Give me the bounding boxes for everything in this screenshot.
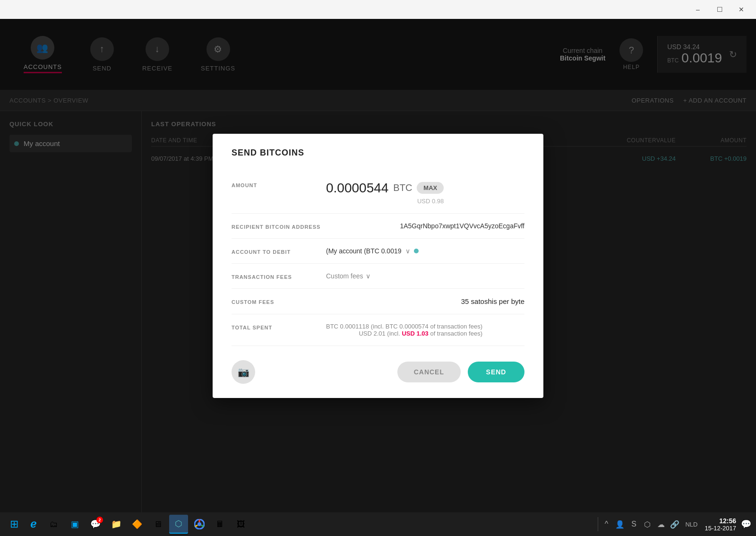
amount-row: AMOUNT 0.0000544 BTC MAX USD 0.98 xyxy=(232,172,524,214)
total-usd-line: USD 2.01 (incl. USD 1.03 of transaction … xyxy=(359,330,482,337)
debit-dropdown-icon[interactable]: ∨ xyxy=(405,247,410,255)
debit-row: ACCOUNT TO DEBIT (My account (BTC 0.0019… xyxy=(232,239,524,264)
app-window: 👥 ACCOUNTS ↑ SEND ↓ RECEIVE ⚙ SETTINGS C… xyxy=(0,19,756,512)
minimize-button[interactable]: – xyxy=(687,2,709,17)
debit-account-dot xyxy=(414,249,419,253)
tray-person[interactable]: 👤 xyxy=(614,520,626,529)
close-button[interactable]: ✕ xyxy=(730,2,752,17)
modal-overlay: SEND BITCOINS AMOUNT 0.0000544 BTC MAX U… xyxy=(0,19,756,512)
taskbar-files[interactable]: 🗂 xyxy=(44,515,63,534)
total-usd-prefix: USD 2.01 (incl. xyxy=(359,330,402,337)
debit-account-text: (My account (BTC 0.0019 xyxy=(326,247,402,255)
taskbar-whatsapp[interactable]: 💬 2 xyxy=(86,515,105,534)
custom-fees-label: CUSTOM FEES xyxy=(232,297,326,305)
send-button[interactable]: SEND xyxy=(468,362,524,382)
clock-date: 15-12-2017 xyxy=(705,525,737,532)
taskbar-calculator[interactable]: 🖩 xyxy=(211,515,230,534)
taskbar-vlc[interactable]: 🔶 xyxy=(128,515,146,534)
tray-divider xyxy=(598,517,598,531)
taskbar-monitor[interactable]: 🖥 xyxy=(148,515,167,534)
fees-value: Custom fees ∨ xyxy=(326,272,524,280)
language-label: NLD xyxy=(685,521,697,528)
maximize-button[interactable]: ☐ xyxy=(709,2,730,17)
custom-fees-row: CUSTOM FEES 35 satoshis per byte xyxy=(232,289,524,314)
taskbar-photos[interactable]: 🖼 xyxy=(232,515,250,534)
taskbar-explorer[interactable]: 📁 xyxy=(107,515,126,534)
fees-text: Custom fees xyxy=(326,272,363,280)
start-button[interactable]: ⊞ xyxy=(5,515,24,534)
amount-currency: BTC xyxy=(393,182,412,193)
clock: 12:56 15-12-2017 xyxy=(705,517,737,532)
fees-row: TRANSACTION FEES Custom fees ∨ xyxy=(232,264,524,289)
clock-time: 12:56 xyxy=(705,517,737,525)
notification-center-icon[interactable]: 💬 xyxy=(741,519,751,529)
taskbar-ledger[interactable]: ⬡ xyxy=(169,515,188,534)
fees-dropdown-icon[interactable]: ∨ xyxy=(366,272,370,280)
tray-cloud[interactable]: ☁ xyxy=(655,520,667,529)
modal-footer: 📷 CANCEL SEND xyxy=(232,360,524,384)
recipient-address: 1A5GqrNbpo7xwpt1VQVvcA5yzoEcgaFvff xyxy=(326,222,524,230)
tray-chevron[interactable]: ^ xyxy=(601,520,612,528)
taskbar: ⊞ ℯ 🗂 ▣ 💬 2 📁 🔶 🖥 ⬡ 🖩 🖼 ^ 👤 S xyxy=(0,512,756,536)
taskbar-store[interactable]: ▣ xyxy=(65,515,84,534)
custom-fees-value: 35 satoshis per byte xyxy=(326,297,524,305)
amount-block: 0.0000544 BTC MAX USD 0.98 xyxy=(326,181,444,205)
total-btc-line: BTC 0.0001118 (incl. BTC 0.0000574 of tr… xyxy=(326,323,482,330)
debit-value: (My account (BTC 0.0019 ∨ xyxy=(326,247,524,255)
whatsapp-badge: 2 xyxy=(96,517,103,523)
fees-label: TRANSACTION FEES xyxy=(232,272,326,280)
debit-label: ACCOUNT TO DEBIT xyxy=(232,247,326,255)
amount-usd: USD 0.98 xyxy=(417,198,444,205)
camera-button[interactable]: 📷 xyxy=(232,360,255,384)
taskbar-edge[interactable]: ℯ xyxy=(24,515,43,534)
total-usd-highlight: USD 1.03 xyxy=(402,330,428,337)
total-row: TOTAL SPENT BTC 0.0001118 (incl. BTC 0.0… xyxy=(232,314,524,346)
titlebar: – ☐ ✕ xyxy=(0,0,756,19)
max-button[interactable]: MAX xyxy=(417,182,444,194)
recipient-label: RECIPIENT BITCOIN ADDRESS xyxy=(232,222,326,230)
tray-link[interactable]: 🔗 xyxy=(669,520,680,529)
modal-title: SEND BITCOINS xyxy=(232,148,524,158)
svg-point-1 xyxy=(198,522,201,526)
recipient-row: RECIPIENT BITCOIN ADDRESS 1A5GqrNbpo7xwp… xyxy=(232,214,524,239)
taskbar-icons: ℯ 🗂 ▣ 💬 2 📁 🔶 🖥 ⬡ 🖩 🖼 xyxy=(24,515,595,534)
amount-btc-value: 0.0000544 xyxy=(326,181,388,196)
cancel-button[interactable]: CANCEL xyxy=(397,362,461,382)
amount-label: AMOUNT xyxy=(232,181,326,188)
total-block: BTC 0.0001118 (incl. BTC 0.0000574 of tr… xyxy=(326,323,482,337)
tray-skype[interactable]: S xyxy=(628,520,639,528)
total-usd-suffix: of transaction fees) xyxy=(429,330,482,337)
send-bitcoins-modal: SEND BITCOINS AMOUNT 0.0000544 BTC MAX U… xyxy=(213,134,543,398)
total-label: TOTAL SPENT xyxy=(232,323,326,330)
footer-actions: CANCEL SEND xyxy=(397,362,524,382)
taskbar-right: ^ 👤 S ⬡ ☁ 🔗 NLD 12:56 15-12-2017 💬 xyxy=(601,517,751,532)
taskbar-chrome[interactable] xyxy=(190,515,209,534)
tray-dropbox[interactable]: ⬡ xyxy=(642,520,653,529)
tray-icons: ^ 👤 S ⬡ ☁ 🔗 xyxy=(601,520,680,529)
